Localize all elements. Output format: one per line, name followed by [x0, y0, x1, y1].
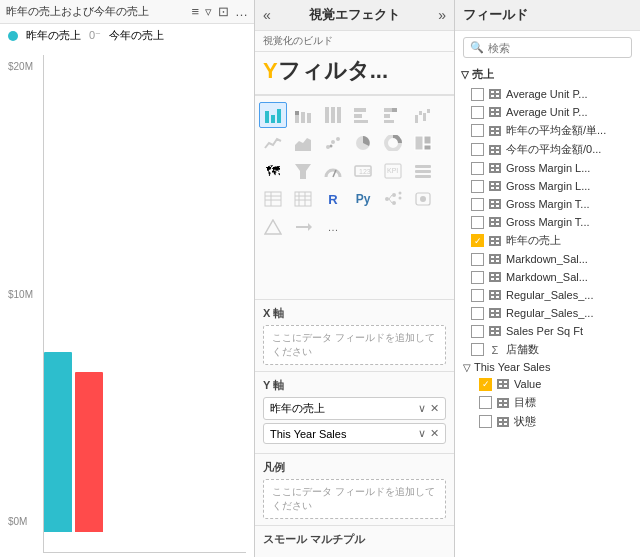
icon-bar-chart[interactable] — [259, 102, 287, 128]
search-box[interactable]: 🔍 — [463, 37, 632, 58]
field-group-this-year-sales[interactable]: ▽ This Year Sales — [455, 359, 640, 375]
field-item-this-year-avg[interactable]: 今年の平均金額/0... — [455, 140, 640, 159]
icon-map[interactable]: 🗺 — [259, 158, 287, 184]
search-input[interactable] — [488, 42, 625, 54]
field-item-avg-unit-p-2[interactable]: Average Unit P... — [455, 103, 640, 121]
chart-area: $20M $10M $0M — [0, 51, 254, 557]
icon-row-2 — [259, 130, 450, 156]
icon-100-stacked-bar[interactable] — [319, 102, 347, 128]
icon-ai-insights[interactable] — [409, 186, 437, 212]
svg-point-22 — [326, 145, 330, 149]
menu-icon[interactable]: ≡ — [191, 4, 199, 19]
svg-rect-15 — [384, 114, 390, 118]
tag-chevron-icon[interactable]: ∨ — [418, 402, 426, 415]
checkbox-status[interactable] — [479, 415, 492, 428]
x-axis-placeholder[interactable]: ここにデータ フィールドを追加してください — [263, 325, 446, 365]
field-item-markdown-1[interactable]: Markdown_Sal... — [455, 250, 640, 268]
icon-donut[interactable] — [379, 130, 407, 156]
icon-horizontal-bar[interactable] — [349, 102, 377, 128]
icon-table[interactable] — [259, 186, 287, 212]
field-label-target: 目標 — [514, 395, 536, 410]
field-item-gross-margin-t-1[interactable]: Gross Margin T... — [455, 195, 640, 213]
checkbox-last-year-sales[interactable]: ✓ — [471, 234, 484, 247]
field-group-sales[interactable]: ▽ 売上 — [455, 64, 640, 85]
svg-point-49 — [385, 197, 389, 201]
expand-icon[interactable]: ⊡ — [218, 4, 229, 19]
field-item-regular-1[interactable]: Regular_Sales_... — [455, 286, 640, 304]
tag-close-icon[interactable]: ✕ — [430, 402, 439, 415]
checkbox-avg-unit-p-1[interactable] — [471, 88, 484, 101]
icon-slicer[interactable] — [409, 158, 437, 184]
field-item-value[interactable]: ✓ Value — [455, 375, 640, 393]
middle-back-arrow[interactable]: « — [263, 7, 271, 23]
checkbox-regular-1[interactable] — [471, 289, 484, 302]
middle-forward-arrow[interactable]: » — [438, 7, 446, 23]
icon-gauge[interactable] — [319, 158, 347, 184]
tag-1-chevron-icon[interactable]: ∨ — [418, 427, 426, 440]
field-item-markdown-2[interactable]: Markdown_Sal... — [455, 268, 640, 286]
group-this-year-items: ✓ Value 目標 状態 — [455, 375, 640, 431]
icon-treemap[interactable] — [409, 130, 437, 156]
checkbox-sales-per-sq[interactable] — [471, 325, 484, 338]
bar-last-year — [44, 352, 72, 532]
field-item-gross-margin-1[interactable]: Gross Margin L... — [455, 159, 640, 177]
checkbox-gross-margin-t-1[interactable] — [471, 198, 484, 211]
icon-more-visuals[interactable]: … — [319, 214, 347, 240]
legend-placeholder[interactable]: ここにデータ フィールドを追加してください — [263, 479, 446, 519]
icon-arrow[interactable] — [289, 214, 317, 240]
svg-text:123: 123 — [359, 168, 371, 175]
checkbox-value[interactable]: ✓ — [479, 378, 492, 391]
icon-line-chart[interactable] — [259, 130, 287, 156]
checkbox-regular-2[interactable] — [471, 307, 484, 320]
svg-rect-29 — [424, 136, 431, 144]
group-chevron-icon: ▽ — [461, 69, 469, 80]
legend-section-label: 凡例 — [263, 460, 446, 475]
field-item-gross-margin-t-2[interactable]: Gross Margin T... — [455, 213, 640, 231]
y-axis-tag-0[interactable]: 昨年の売上 ∨ ✕ — [263, 397, 446, 420]
icon-decomp-tree[interactable] — [379, 186, 407, 212]
checkbox-last-year-avg[interactable] — [471, 124, 484, 137]
icon-scatter[interactable] — [319, 130, 347, 156]
checkbox-target[interactable] — [479, 396, 492, 409]
icon-funnel[interactable] — [289, 158, 317, 184]
checkbox-markdown-1[interactable] — [471, 253, 484, 266]
checkbox-gross-margin-t-2[interactable] — [471, 216, 484, 229]
icon-kpi[interactable]: KPI — [379, 158, 407, 184]
filter-text: フィルタ... — [278, 58, 388, 83]
checkbox-gross-margin-1[interactable] — [471, 162, 484, 175]
field-item-target[interactable]: 目標 — [455, 393, 640, 412]
icon-r-script[interactable]: R — [319, 186, 347, 212]
right-header: フィールド — [455, 0, 640, 31]
checkbox-avg-unit-p-2[interactable] — [471, 106, 484, 119]
icon-waterfall[interactable] — [409, 102, 437, 128]
legend-section: 凡例 ここにデータ フィールドを追加してください — [255, 453, 454, 525]
checkbox-store-count[interactable] — [471, 343, 484, 356]
checkbox-gross-margin-2[interactable] — [471, 180, 484, 193]
icon-stacked-bar[interactable] — [289, 102, 317, 128]
checkbox-markdown-2[interactable] — [471, 271, 484, 284]
field-item-last-year-sales[interactable]: ✓ 昨年の売上 — [455, 231, 640, 250]
sigma-icon-1: Σ — [488, 343, 502, 357]
icon-area-chart[interactable] — [289, 130, 317, 156]
icon-python[interactable]: Py — [349, 186, 377, 212]
checkbox-this-year-avg[interactable] — [471, 143, 484, 156]
field-item-last-year-avg[interactable]: 昨年の平均金額/単... — [455, 121, 640, 140]
field-item-store-count[interactable]: Σ 店舗数 — [455, 340, 640, 359]
icon-horizontal-stacked[interactable] — [379, 102, 407, 128]
filter-icon[interactable]: ▿ — [205, 4, 212, 19]
icon-pie[interactable] — [349, 130, 377, 156]
field-item-sales-per-sq[interactable]: Sales Per Sq Ft — [455, 322, 640, 340]
field-item-status[interactable]: 状態 — [455, 412, 640, 431]
field-item-avg-unit-p-1[interactable]: Average Unit P... — [455, 85, 640, 103]
y-axis-tag-1[interactable]: This Year Sales ∨ ✕ — [263, 423, 446, 444]
legend-label-last-year: 昨年の売上 — [26, 28, 81, 43]
tag-1-close-icon[interactable]: ✕ — [430, 427, 439, 440]
icon-shape[interactable] — [259, 214, 287, 240]
icon-matrix[interactable] — [289, 186, 317, 212]
field-item-gross-margin-2[interactable]: Gross Margin L... — [455, 177, 640, 195]
svg-rect-39 — [415, 175, 431, 178]
more-icon[interactable]: … — [235, 4, 248, 19]
icon-card[interactable]: 123 — [349, 158, 377, 184]
field-item-regular-2[interactable]: Regular_Sales_... — [455, 304, 640, 322]
y-axis-tag-1-icons: ∨ ✕ — [418, 427, 439, 440]
